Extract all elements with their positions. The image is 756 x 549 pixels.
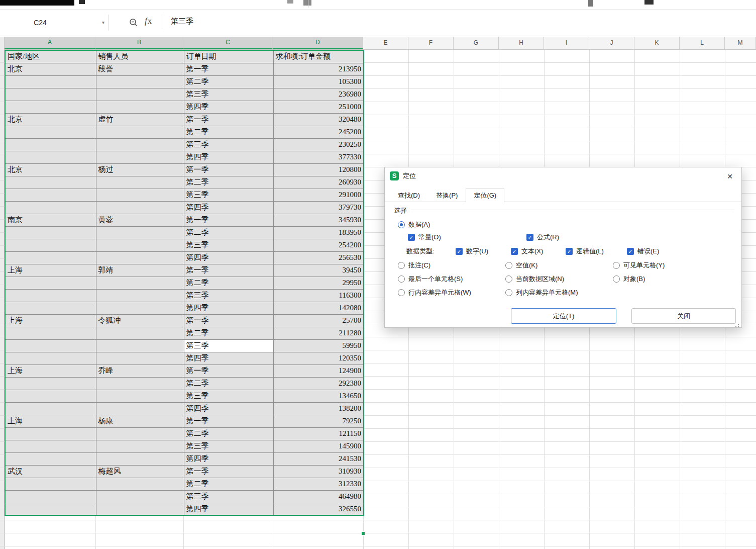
cell[interactable] bbox=[96, 352, 184, 364]
cell[interactable]: 241530 bbox=[273, 452, 364, 465]
cell[interactable]: 第四季 bbox=[184, 352, 273, 364]
cell[interactable]: 142080 bbox=[273, 302, 364, 314]
column-header-C[interactable]: C bbox=[183, 37, 273, 49]
cell[interactable] bbox=[5, 390, 96, 402]
cell[interactable]: 310930 bbox=[273, 465, 364, 478]
cell[interactable]: 120800 bbox=[273, 163, 364, 176]
cell[interactable]: 第四季 bbox=[184, 302, 273, 314]
cell[interactable]: 183950 bbox=[273, 226, 364, 239]
cell[interactable] bbox=[5, 478, 96, 490]
cell[interactable] bbox=[5, 289, 96, 302]
cell[interactable]: 第四季 bbox=[184, 251, 273, 264]
cell[interactable]: 第二季 bbox=[184, 226, 273, 239]
cell[interactable]: 254200 bbox=[273, 239, 364, 251]
cell[interactable]: 第二季 bbox=[184, 75, 273, 88]
cell[interactable] bbox=[5, 176, 96, 189]
cell[interactable] bbox=[5, 339, 96, 352]
cell[interactable]: 南京 bbox=[5, 214, 96, 226]
cell[interactable]: 292380 bbox=[273, 377, 364, 390]
cell[interactable]: 320480 bbox=[273, 113, 364, 126]
cell[interactable] bbox=[96, 327, 184, 339]
cell[interactable]: 230250 bbox=[273, 138, 364, 151]
checkbox-logicals[interactable]: 逻辑值(L) bbox=[566, 247, 604, 256]
cell[interactable] bbox=[5, 75, 96, 88]
name-box-dropdown-icon[interactable]: ▾ bbox=[102, 20, 104, 25]
cell[interactable]: 121150 bbox=[273, 427, 364, 440]
cell[interactable] bbox=[5, 427, 96, 440]
cell[interactable]: 59950 bbox=[273, 339, 364, 352]
cell[interactable]: 79250 bbox=[273, 415, 364, 427]
cell[interactable]: 256530 bbox=[273, 251, 364, 264]
cell[interactable] bbox=[96, 138, 184, 151]
cell[interactable] bbox=[5, 377, 96, 390]
tab-goto[interactable]: 定位(G) bbox=[466, 189, 504, 203]
cell[interactable] bbox=[5, 490, 96, 503]
cell[interactable]: 134650 bbox=[273, 390, 364, 402]
cell[interactable]: 第四季 bbox=[184, 151, 273, 163]
cell[interactable]: 北京 bbox=[5, 163, 96, 176]
cell[interactable]: 上海 bbox=[5, 415, 96, 427]
cell[interactable]: 124900 bbox=[273, 364, 364, 377]
cell[interactable]: 第二季 bbox=[184, 277, 273, 289]
cell[interactable]: 第二季 bbox=[184, 427, 273, 440]
cell[interactable] bbox=[5, 352, 96, 364]
radio-comments[interactable]: 批注(C) bbox=[398, 261, 430, 270]
cell[interactable] bbox=[5, 503, 96, 515]
cell[interactable]: 段誉 bbox=[96, 63, 184, 75]
cell[interactable]: 令狐冲 bbox=[96, 314, 184, 327]
cell[interactable]: 第四季 bbox=[184, 402, 273, 415]
cell[interactable]: 上海 bbox=[5, 264, 96, 277]
radio-blanks[interactable]: 空值(K) bbox=[505, 261, 537, 270]
cell[interactable] bbox=[96, 277, 184, 289]
cell[interactable] bbox=[96, 189, 184, 201]
cell[interactable]: 213950 bbox=[273, 63, 364, 75]
cell[interactable]: 145900 bbox=[273, 440, 364, 452]
cell[interactable]: 第一季 bbox=[184, 415, 273, 427]
cell[interactable] bbox=[5, 239, 96, 251]
cell[interactable] bbox=[96, 490, 184, 503]
cell[interactable] bbox=[96, 302, 184, 314]
cell[interactable]: 杨康 bbox=[96, 415, 184, 427]
cell[interactable] bbox=[96, 75, 184, 88]
cell[interactable]: 上海 bbox=[5, 314, 96, 327]
cell[interactable] bbox=[96, 427, 184, 440]
column-header-L[interactable]: L bbox=[680, 37, 725, 49]
column-header-I[interactable]: I bbox=[544, 37, 589, 49]
cell[interactable]: 第一季 bbox=[184, 214, 273, 226]
insert-function-icon[interactable]: fx bbox=[145, 16, 152, 26]
cell[interactable] bbox=[96, 452, 184, 465]
cell[interactable] bbox=[5, 402, 96, 415]
checkbox-numbers[interactable]: 数字(U) bbox=[456, 247, 488, 256]
cell[interactable]: 116300 bbox=[273, 289, 364, 302]
cell[interactable] bbox=[5, 88, 96, 101]
cell[interactable] bbox=[96, 478, 184, 490]
checkbox-text[interactable]: 文本(X) bbox=[511, 247, 543, 256]
cell[interactable]: 第一季 bbox=[184, 264, 273, 277]
cell[interactable]: 第三季 bbox=[184, 88, 273, 101]
cell[interactable]: 138200 bbox=[273, 402, 364, 415]
radio-visible-cells[interactable]: 可见单元格(Y) bbox=[613, 261, 665, 270]
column-header-M[interactable]: M bbox=[725, 37, 756, 49]
cell[interactable] bbox=[5, 138, 96, 151]
cell[interactable]: 379730 bbox=[273, 201, 364, 214]
column-header-D[interactable]: D bbox=[273, 37, 363, 49]
cell[interactable]: 326550 bbox=[273, 503, 364, 515]
cell[interactable] bbox=[96, 339, 184, 352]
cell[interactable] bbox=[96, 201, 184, 214]
cell[interactable] bbox=[96, 390, 184, 402]
zoom-out-icon[interactable] bbox=[129, 18, 139, 30]
cell[interactable] bbox=[5, 101, 96, 113]
cell[interactable] bbox=[96, 503, 184, 515]
cell[interactable]: 虚竹 bbox=[96, 113, 184, 126]
formula-input[interactable]: 第三季 bbox=[171, 17, 193, 26]
cell[interactable] bbox=[96, 88, 184, 101]
column-header-F[interactable]: F bbox=[408, 37, 454, 49]
cell[interactable]: 39450 bbox=[273, 264, 364, 277]
cell[interactable]: 25700 bbox=[273, 314, 364, 327]
cell[interactable] bbox=[96, 176, 184, 189]
cell[interactable]: 黄蓉 bbox=[96, 214, 184, 226]
cell[interactable]: 武汉 bbox=[5, 465, 96, 478]
cell[interactable] bbox=[5, 440, 96, 452]
tab-find[interactable]: 查找(D) bbox=[390, 189, 428, 203]
column-header-K[interactable]: K bbox=[634, 37, 680, 49]
